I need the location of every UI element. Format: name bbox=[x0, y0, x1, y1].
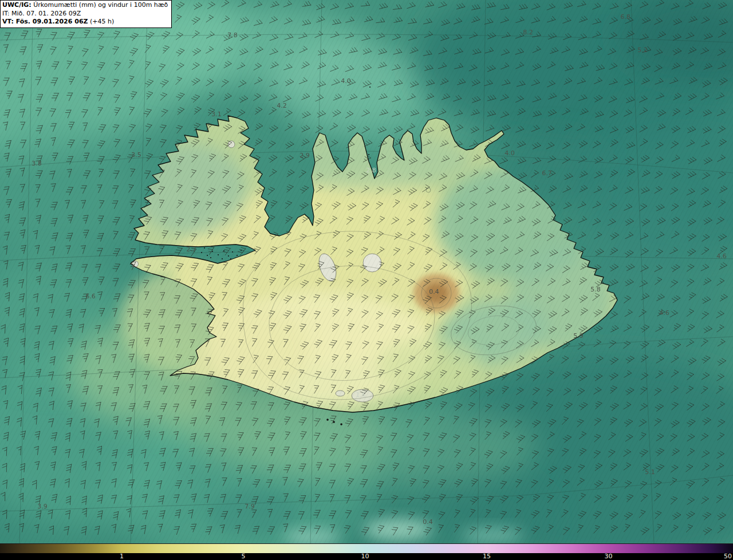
precip-value-label: 7.9 bbox=[245, 503, 255, 510]
precip-value-label: 3.5 bbox=[131, 151, 141, 159]
colorbar-tick-label: 10 bbox=[361, 553, 369, 560]
precip-value-label: 4.6 bbox=[659, 309, 669, 317]
precip-value-label: 3.1 bbox=[211, 111, 222, 118]
precip-value-label: 4.0 bbox=[505, 149, 515, 157]
map-canvas: 6.85.28.27.84.04.23.13.53.82.92.84.06.72… bbox=[0, 0, 733, 543]
precip-value-label: 2.7 bbox=[186, 246, 196, 253]
weather-map-app: 6.85.28.27.84.04.23.13.53.82.92.84.06.72… bbox=[0, 0, 733, 560]
precip-value-label: 5.9 bbox=[573, 332, 584, 340]
precip-value-label: 2.9 bbox=[299, 152, 310, 159]
precip-value-label: 5.2 bbox=[637, 46, 648, 54]
colorbar-gradient bbox=[0, 543, 733, 553]
precip-value-label: 6.7 bbox=[542, 169, 552, 177]
precip-value-label: 3.9 bbox=[37, 503, 48, 510]
precip-value-label: 0.4 bbox=[429, 288, 439, 295]
colorbar-tick-strip: 1510153050 bbox=[0, 553, 733, 560]
precip-value-label: 1.6 bbox=[356, 391, 366, 399]
precip-value-label: 6.6 bbox=[85, 293, 96, 300]
colorbar-tick-label: 30 bbox=[604, 553, 612, 560]
precip-value-label: 5.1 bbox=[645, 468, 655, 476]
precip-value-label: 8.2 bbox=[523, 29, 533, 36]
precip-value-label: 4.6 bbox=[716, 253, 727, 260]
precip-value-label: 7.8 bbox=[227, 31, 238, 39]
colorbar-tick-label: 15 bbox=[483, 553, 491, 560]
precip-value-label: 2.8 bbox=[366, 167, 376, 174]
precip-value-label: 3.8 bbox=[31, 160, 42, 167]
field-texture bbox=[0, 0, 733, 543]
colorbar-tick-label: 1 bbox=[120, 553, 124, 560]
precip-value-label: 6.8 bbox=[620, 13, 630, 21]
colorbar-tick-label: 50 bbox=[724, 553, 732, 560]
colorbar-tick-label: 5 bbox=[241, 553, 245, 560]
precip-value-label: 4.2 bbox=[277, 102, 287, 109]
forecast-legend: UWC/IG: Úrkomumætti (mm) og vindur i 100… bbox=[0, 0, 172, 28]
init-time: IT: Mið. 07. 01. 2026 09Z bbox=[2, 10, 168, 18]
precip-value-label: 5.8 bbox=[590, 286, 601, 293]
valid-time: VT: Fös. 09.01.2026 06Z (+45 h) bbox=[2, 18, 168, 26]
model-title: UWC/IG: Úrkomumætti (mm) og vindur i 100… bbox=[2, 1, 168, 10]
precip-value-label: 0.4 bbox=[423, 518, 433, 526]
precip-value-label: 4.0 bbox=[341, 77, 351, 85]
